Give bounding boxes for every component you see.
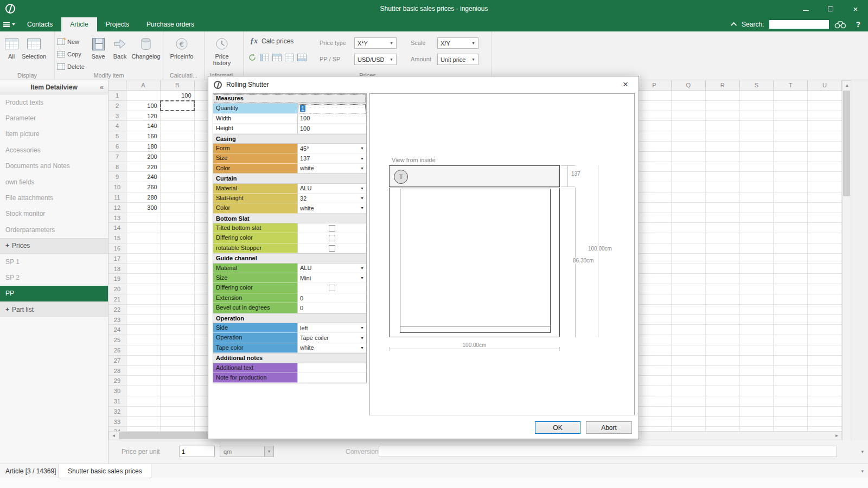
cell-Q5[interactable] — [672, 131, 706, 142]
cell-U33[interactable] — [808, 417, 842, 427]
cell-B20[interactable] — [161, 284, 195, 294]
cell-T34[interactable] — [774, 427, 808, 431]
cell-R22[interactable] — [706, 305, 740, 315]
price-type-dropdown[interactable]: X*Y ▼ — [354, 37, 397, 49]
cell-T19[interactable] — [774, 274, 808, 284]
property-value-note-for-production[interactable] — [297, 373, 366, 383]
property-row-size[interactable]: SizeMini▼ — [213, 273, 366, 283]
property-row-tape-color[interactable]: Tape colorwhite▼ — [213, 343, 366, 353]
row-header-12[interactable]: 12 — [108, 203, 126, 213]
row-header-27[interactable]: 27 — [108, 356, 126, 366]
row-header-33[interactable]: 33 — [108, 417, 126, 427]
cell-R18[interactable] — [706, 264, 740, 274]
cell-U27[interactable] — [808, 356, 842, 366]
cell-P5[interactable] — [637, 131, 672, 142]
cell-T29[interactable] — [774, 376, 808, 386]
cell-B17[interactable] — [161, 254, 195, 264]
sidebar-item-part-list[interactable]: +Part list — [0, 301, 108, 317]
scale-dropdown[interactable]: X/Y ▼ — [437, 37, 478, 49]
cell-R10[interactable] — [706, 182, 740, 192]
cell-U19[interactable] — [808, 274, 842, 284]
cell-S18[interactable] — [740, 264, 774, 274]
cell-T26[interactable] — [774, 345, 808, 356]
row-header-18[interactable]: 18 — [108, 264, 126, 274]
cell-R8[interactable] — [706, 162, 740, 172]
menu-tab-article[interactable]: Article — [61, 17, 97, 31]
cell-U29[interactable] — [808, 376, 842, 386]
property-value-differing-color[interactable] — [297, 233, 366, 243]
cell-B1[interactable]: 100 — [161, 91, 195, 101]
cell-T33[interactable] — [774, 417, 808, 427]
cell-P16[interactable] — [637, 243, 672, 254]
row-header-26[interactable]: 26 — [108, 345, 126, 356]
cell-Q32[interactable] — [672, 407, 706, 417]
cell-U13[interactable] — [808, 213, 842, 223]
cell-A15[interactable] — [126, 233, 161, 243]
back-button[interactable]: Back — [109, 34, 131, 60]
chevron-down-icon[interactable]: ▼ — [360, 157, 364, 160]
cell-Q27[interactable] — [672, 356, 706, 366]
cell-P8[interactable] — [637, 162, 672, 172]
minimize-button[interactable] — [793, 0, 818, 17]
cell-Q17[interactable] — [672, 254, 706, 264]
cell-U3[interactable] — [808, 111, 842, 121]
property-row-slatheight[interactable]: SlatHeight32▼ — [213, 194, 366, 203]
cell-T21[interactable] — [774, 294, 808, 305]
row-header-20[interactable]: 20 — [108, 284, 126, 294]
cell-R2[interactable] — [706, 101, 740, 111]
chevron-down-icon[interactable]: ▼ — [360, 146, 364, 150]
property-value-differing-color[interactable] — [297, 283, 366, 293]
cell-B9[interactable] — [161, 172, 195, 182]
row-header-7[interactable]: 7 — [108, 152, 126, 162]
property-value-extension[interactable]: 0 — [297, 293, 366, 303]
row-header-30[interactable]: 30 — [108, 386, 126, 396]
cell-P30[interactable] — [637, 386, 672, 396]
cell-U4[interactable] — [808, 121, 842, 131]
sidebar-item-orderparameters[interactable]: Orderparameters — [0, 222, 108, 237]
sidebar-item-item-picture[interactable]: Item picture — [0, 126, 108, 142]
cell-T28[interactable] — [774, 366, 808, 376]
cell-U30[interactable] — [808, 386, 842, 396]
cell-T5[interactable] — [774, 131, 808, 142]
chevron-down-icon[interactable]: ▼ — [360, 206, 364, 210]
cell-Q22[interactable] — [672, 305, 706, 315]
row-header-22[interactable]: 22 — [108, 305, 126, 315]
cell-T32[interactable] — [774, 407, 808, 417]
row-header-9[interactable]: 9 — [108, 172, 126, 182]
cell-P1[interactable] — [637, 91, 672, 101]
cell-B34[interactable] — [161, 427, 195, 431]
cell-A24[interactable] — [126, 325, 161, 335]
sidebar-item-sp-2[interactable]: SP 2 — [0, 269, 108, 285]
cell-R1[interactable] — [706, 91, 740, 101]
cell-B11[interactable] — [161, 192, 195, 203]
collapse-sidebar-icon[interactable]: « — [100, 83, 104, 91]
cell-A14[interactable] — [126, 223, 161, 233]
menu-tab-purchase-orders[interactable]: Purchase orders — [138, 17, 203, 31]
cell-S19[interactable] — [740, 274, 774, 284]
property-row-color[interactable]: Colorwhite▼ — [213, 203, 366, 213]
cell-A9[interactable]: 240 — [126, 172, 161, 182]
cell-U18[interactable] — [808, 264, 842, 274]
cell-R16[interactable] — [706, 243, 740, 254]
cell-P4[interactable] — [637, 121, 672, 131]
cell-S27[interactable] — [740, 356, 774, 366]
cell-A6[interactable]: 180 — [126, 142, 161, 152]
cell-B19[interactable] — [161, 274, 195, 284]
cell-P28[interactable] — [637, 366, 672, 376]
cell-R13[interactable] — [706, 213, 740, 223]
cell-P34[interactable] — [637, 427, 672, 431]
cell-Q18[interactable] — [672, 264, 706, 274]
cell-P23[interactable] — [637, 315, 672, 325]
row-header-15[interactable]: 15 — [108, 233, 126, 243]
cell-T9[interactable] — [774, 172, 808, 182]
property-value-quantity[interactable]: 1 — [297, 104, 366, 113]
cell-S30[interactable] — [740, 386, 774, 396]
cell-Q15[interactable] — [672, 233, 706, 243]
cell-Q33[interactable] — [672, 417, 706, 427]
cell-P32[interactable] — [637, 407, 672, 417]
cell-T6[interactable] — [774, 142, 808, 152]
cell-B3[interactable] — [161, 111, 195, 121]
cell-A8[interactable]: 220 — [126, 162, 161, 172]
cell-Q8[interactable] — [672, 162, 706, 172]
cell-B12[interactable] — [161, 203, 195, 213]
